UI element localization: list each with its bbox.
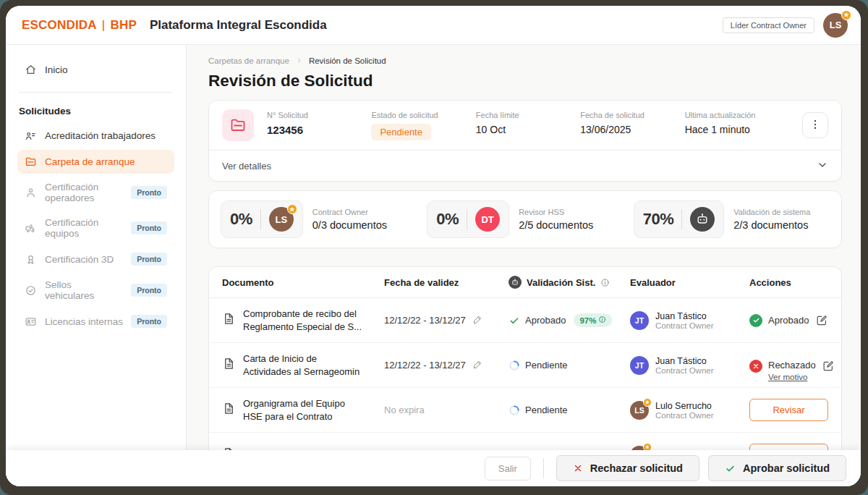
- validity-value: 12/12/22 - 13/12/27: [384, 315, 466, 326]
- percent-value: 0%: [230, 210, 252, 229]
- logo-divider: |: [102, 18, 106, 33]
- window-frame: ESCONDIDA | BHP Plataforma Integral Esco…: [0, 0, 868, 495]
- request-field: Fecha de solicitud13/06/2025: [580, 111, 684, 140]
- validation-cell: Pendiente: [509, 360, 630, 371]
- spinner-icon: [509, 405, 520, 416]
- evaluator-role: Contract Owner: [655, 411, 714, 420]
- pronto-badge: Pronto: [131, 253, 167, 266]
- aprobar-solicitud-button[interactable]: Aprobar solicitud: [708, 455, 846, 481]
- progress-meta: Revisor HSS2/5 documentos: [519, 208, 593, 231]
- pencil-icon[interactable]: [472, 314, 483, 327]
- seal-check-icon: [25, 284, 37, 297]
- field-label: N° Solicitud: [267, 111, 371, 119]
- table-header-row: Documento Fecha de validez Validación Si…: [209, 267, 841, 298]
- sidebar-item-inicio[interactable]: Inicio: [17, 58, 174, 82]
- sidebar-item-label: Licencias internas: [45, 316, 123, 327]
- request-summary-top: N° Solicitud123456Estado de solicitudPen…: [209, 101, 841, 150]
- sidebar-item-label: Certificación 3D: [45, 254, 114, 265]
- sidebar: Inicio Solicitudes Acreditación trabajad…: [6, 45, 187, 486]
- documents-table: Documento Fecha de validez Validación Si…: [208, 266, 842, 478]
- actions-cell: Revisar: [749, 399, 828, 421]
- field-label: Fecha de solicitud: [580, 111, 684, 119]
- progress-docs: 0/3 documentos: [312, 219, 387, 231]
- progress-widget: 70%Validación de sistema2/3 documentos: [634, 200, 830, 238]
- actions-cell: RechazadoVer motivo: [749, 349, 835, 381]
- home-icon: [25, 64, 37, 76]
- request-field: Fecha límite10 Oct: [476, 111, 580, 140]
- rechazar-solicitud-button[interactable]: Rechazar solicitud: [556, 455, 699, 481]
- evaluator-cell: LS★Lulo SerruchoContract Owner: [630, 401, 749, 420]
- folder-icon: [222, 109, 254, 141]
- sidebar-item-label: Certificación operadores: [45, 182, 123, 203]
- app-header: ESCONDIDA | BHP Plataforma Integral Esco…: [6, 6, 861, 45]
- header-right: Líder Contract Owner LS ★: [723, 13, 848, 38]
- evaluator-name: Lulo Serrucho: [655, 401, 714, 411]
- sidebar-item: Sellos vehicularesPronto: [17, 274, 174, 307]
- validity-cell: 12/12/22 - 13/12/27: [384, 359, 509, 372]
- sidebar-item: Licencias internasPronto: [17, 309, 174, 334]
- sidebar-item[interactable]: Acreditación trabajadores: [17, 124, 174, 148]
- edit-evaluation-icon[interactable]: [815, 314, 828, 327]
- percent-pill: 70%: [634, 200, 725, 238]
- pill-divider: [467, 209, 467, 229]
- chevron-down-icon: [817, 159, 828, 173]
- validation-score-badge[interactable]: 97%: [574, 313, 612, 327]
- edit-evaluation-icon[interactable]: [822, 360, 835, 373]
- user-avatar[interactable]: LS ★: [823, 13, 848, 38]
- sidebar-item-label: Inicio: [45, 64, 68, 75]
- evaluator-cell: JTJuan TásticoContract Owner: [630, 311, 749, 330]
- progress-docs: 2/3 documentos: [733, 219, 810, 231]
- action-status-label: Aprobado: [768, 315, 809, 326]
- field-value: Hace 1 minuto: [685, 124, 789, 135]
- request-field: Estado de solicitudPendiente: [371, 111, 475, 140]
- chevron-right-icon: [296, 56, 302, 65]
- avatar: JT: [630, 311, 649, 330]
- ver-detalles-toggle[interactable]: Ver detalles: [209, 151, 841, 181]
- avatar: DT: [475, 207, 500, 232]
- app-window: ESCONDIDA | BHP Plataforma Integral Esco…: [6, 6, 861, 486]
- sidebar-items: Acreditación trabajadoresCarpeta de arra…: [17, 124, 174, 334]
- request-field: Ultima actualizaciónHace 1 minuto: [685, 111, 789, 140]
- desktop-background: ESCONDIDA | BHP Plataforma Integral Esco…: [0, 0, 868, 495]
- x-icon: [573, 463, 583, 473]
- avatar: JT: [630, 356, 649, 375]
- revisar-button[interactable]: Revisar: [749, 399, 828, 421]
- breadcrumb: Carpetas de arranque Revisión de Solicit…: [208, 56, 842, 65]
- table-row: Comprobante de recibo delReglamento Espe…: [209, 298, 841, 343]
- pill-divider: [681, 209, 682, 229]
- field-label: Fecha límite: [476, 111, 580, 119]
- pronto-badge: Pronto: [131, 315, 167, 328]
- percent-pill: 0%DT: [427, 200, 509, 238]
- sidebar-section-label: Solicitudes: [19, 106, 174, 117]
- pronto-badge: Pronto: [131, 284, 167, 297]
- document-cell: Organigrama del EquipoHSE para el Contra…: [222, 397, 384, 423]
- approved-check-icon: [749, 314, 762, 327]
- actions-cell: Aprobado: [749, 314, 828, 327]
- spinner-icon: [509, 360, 520, 371]
- breadcrumb-parent[interactable]: Carpetas de arranque: [208, 56, 289, 65]
- check-icon: [509, 315, 520, 326]
- equipment-icon: [25, 222, 37, 234]
- pencil-icon[interactable]: [472, 359, 483, 372]
- info-icon[interactable]: [600, 278, 610, 287]
- pill-divider: [260, 209, 261, 229]
- evaluator-name: Juan Tástico: [655, 311, 714, 321]
- progress-widget: 0%DTRevisor HSS2/5 documentos: [427, 200, 623, 238]
- pronto-badge: Pronto: [131, 221, 167, 234]
- sidebar-item-label: Certificación equipos: [45, 217, 123, 239]
- sidebar-item: Certificación operadoresPronto: [17, 176, 174, 209]
- ver-detalles-label: Ver detalles: [222, 161, 271, 172]
- ver-motivo-link[interactable]: Ver motivo: [768, 373, 816, 381]
- salir-button[interactable]: Salir: [485, 457, 531, 481]
- table-row: Carta de Inicio deActividades al Sernage…: [209, 343, 841, 388]
- more-options-button[interactable]: [802, 112, 828, 138]
- document-cell: Carta de Inicio deActividades al Sernage…: [222, 352, 384, 378]
- validity-value: 12/12/22 - 13/12/27: [384, 360, 466, 371]
- sidebar-item[interactable]: Carpeta de arranque: [17, 150, 174, 174]
- col-fecha-validez: Fecha de validez: [384, 277, 509, 288]
- document-cell: Comprobante de recibo delReglamento Espe…: [222, 308, 384, 333]
- kebab-icon: [809, 118, 822, 133]
- user-avatar-initials: LS: [830, 20, 842, 30]
- sidebar-item: Certificación 3DPronto: [17, 247, 174, 271]
- progress-role: Revisor HSS: [519, 208, 593, 216]
